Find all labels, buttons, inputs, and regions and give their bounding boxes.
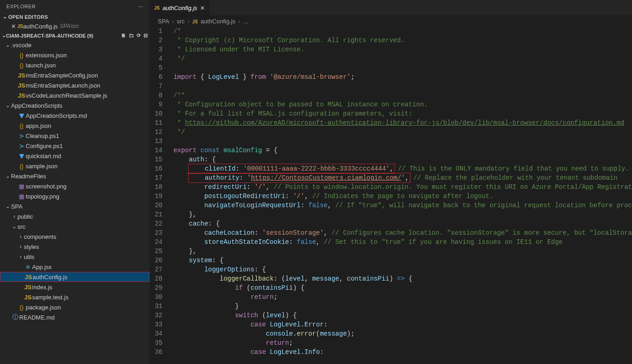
file-name: sample.test.js — [32, 294, 68, 301]
collapse-all-icon[interactable]: ⊟ — [144, 33, 148, 39]
file-name: extensions.json — [26, 52, 67, 59]
close-icon[interactable]: ✕ — [9, 23, 17, 30]
folder-item[interactable]: ⌄src — [0, 221, 150, 232]
folder-item[interactable]: ›utils — [0, 252, 150, 262]
file-name: apps.json — [26, 122, 51, 129]
chevron-down-icon: ⌄ — [2, 14, 8, 20]
folder-name: styles — [24, 243, 39, 250]
file-name: quickstart.md — [26, 153, 61, 160]
project-name: CIAM-JSREACT-SPA-AUTHCODE (9) — [6, 33, 93, 39]
chevron-icon: › — [17, 233, 24, 240]
file-item[interactable]: {}extensions.json — [0, 50, 150, 60]
file-name: msEntraSampleLaunch.json — [26, 82, 100, 89]
file-name: launch.json — [26, 62, 56, 69]
file-name: sample.json — [26, 163, 57, 170]
folder-name: ReadmeFiles — [11, 173, 46, 180]
folder-name: .vscode — [11, 42, 32, 49]
close-icon[interactable]: ✕ — [200, 5, 205, 11]
folder-item[interactable]: ⌄ReadmeFiles — [0, 171, 150, 181]
project-header[interactable]: ⌄ CIAM-JSREACT-SPA-AUTHCODE (9) 🗎 🗀 ⟳ ⊟ — [0, 31, 150, 40]
file-item[interactable]: JSmsEntraSampleConfig.json — [0, 70, 150, 80]
folder-item[interactable]: ›public — [0, 211, 150, 221]
chevron-icon: › — [17, 243, 24, 250]
file-name: authConfig.js — [33, 274, 67, 281]
file-name: authConfig.js — [23, 23, 58, 30]
chevron-icon: ⌄ — [5, 203, 11, 210]
chevron-icon: › — [11, 213, 17, 220]
folder-name: SPA — [11, 203, 22, 210]
folder-item[interactable]: ⌄.vscode — [0, 40, 150, 50]
file-item[interactable]: ≻Configure.ps1 — [0, 141, 150, 151]
file-name: msEntraSampleConfig.json — [26, 72, 98, 79]
file-item[interactable]: ⯆quickstart.md — [0, 151, 150, 161]
folder-item[interactable]: ⌄SPA — [0, 201, 150, 211]
file-name: README.md — [19, 314, 55, 321]
code-content[interactable]: /* * Copyright (c) Microsoft Corporation… — [173, 27, 632, 364]
chevron-icon: ⌄ — [5, 173, 11, 179]
file-item[interactable]: JSsample.test.js — [0, 292, 150, 302]
chevron-icon: ⌄ — [5, 42, 11, 48]
tab-authconfig[interactable]: JS authConfig.js ✕ — [150, 0, 210, 16]
file-item[interactable]: ▦screenshot.png — [0, 181, 150, 191]
folder-name: components — [24, 233, 56, 240]
file-name: index.js — [32, 284, 52, 291]
breadcrumbs[interactable]: SPA›src›JSauthConfig.js›… — [150, 16, 632, 27]
folder-name: src — [17, 223, 25, 230]
file-item[interactable]: JSauthConfig.js — [0, 272, 150, 282]
open-editor-item[interactable]: ✕JSauthConfig.jsSPA\src — [0, 21, 150, 31]
file-item[interactable]: {}sample.json — [0, 161, 150, 171]
breadcrumb-separator: › — [172, 18, 174, 25]
open-editors-header[interactable]: ⌄ OPEN EDITORS — [0, 12, 150, 21]
new-file-icon[interactable]: 🗎 — [121, 33, 126, 39]
chevron-icon: ⌄ — [5, 102, 11, 109]
folder-name: public — [17, 213, 33, 220]
file-name: App.jsx — [32, 264, 52, 270]
folder-item[interactable]: ›components — [0, 232, 150, 242]
explorer-title: EXPLORER — [6, 4, 36, 9]
file-item[interactable]: {}apps.json — [0, 121, 150, 131]
file-name: screenshot.png — [26, 183, 67, 190]
breadcrumb-item[interactable]: … — [243, 18, 249, 25]
chevron-down-icon: ⌄ — [2, 33, 6, 39]
breadcrumb-item[interactable]: authConfig.js — [200, 18, 235, 25]
js-icon: JS — [154, 6, 160, 11]
file-item[interactable]: ⚛App.jsx — [0, 262, 150, 272]
file-item[interactable]: ▦topology.png — [0, 191, 150, 201]
file-tree[interactable]: ⌄.vscode{}extensions.json{}launch.jsonJS… — [0, 40, 150, 364]
folder-item[interactable]: ›styles — [0, 242, 150, 252]
open-editors-label: OPEN EDITORS — [8, 14, 48, 20]
explorer-sidebar: EXPLORER ··· ⌄ OPEN EDITORS ✕JSauthConfi… — [0, 0, 150, 364]
breadcrumb-item[interactable]: src — [177, 18, 184, 25]
breadcrumb-item[interactable]: SPA — [158, 18, 169, 25]
editor-area: JS authConfig.js ✕ SPA›src›JSauthConfig.… — [150, 0, 632, 364]
more-actions-icon[interactable]: ··· — [138, 3, 143, 10]
file-name: topology.png — [26, 193, 60, 200]
tab-label: authConfig.js — [162, 5, 197, 11]
file-item[interactable]: {}launch.json — [0, 60, 150, 70]
folder-name: AppCreationScripts — [11, 102, 62, 109]
editor-tabs: JS authConfig.js ✕ — [150, 0, 632, 16]
file-item[interactable]: {}package.json — [0, 302, 150, 312]
file-item[interactable]: ⯆AppCreationScripts.md — [0, 110, 150, 121]
file-name: package.json — [26, 304, 61, 311]
file-item[interactable]: ⓘREADME.md — [0, 312, 150, 322]
line-numbers: 1234567891011121314151617181920212223242… — [150, 27, 173, 364]
file-name: Configure.ps1 — [26, 143, 63, 149]
code-editor[interactable]: 1234567891011121314151617181920212223242… — [150, 27, 632, 364]
file-item[interactable]: ≻Cleanup.ps1 — [0, 131, 150, 141]
new-folder-icon[interactable]: 🗀 — [129, 33, 134, 39]
refresh-icon[interactable]: ⟳ — [137, 33, 141, 39]
file-path: SPA\src — [60, 23, 79, 29]
chevron-icon: ⌄ — [11, 223, 17, 230]
file-name: AppCreationScripts.md — [26, 112, 87, 119]
breadcrumb-separator: › — [188, 18, 189, 25]
file-item[interactable]: JSvsCodeLaunchReactSample.js — [0, 90, 150, 100]
file-item[interactable]: JSmsEntraSampleLaunch.json — [0, 80, 150, 90]
folder-name: utils — [24, 254, 34, 260]
breadcrumb-separator: › — [238, 18, 240, 25]
file-item[interactable]: JSindex.js — [0, 282, 150, 292]
file-name: Cleanup.ps1 — [26, 132, 59, 139]
file-name: vsCodeLaunchReactSample.js — [26, 92, 107, 99]
chevron-icon: › — [17, 254, 24, 260]
folder-item[interactable]: ⌄AppCreationScripts — [0, 100, 150, 110]
